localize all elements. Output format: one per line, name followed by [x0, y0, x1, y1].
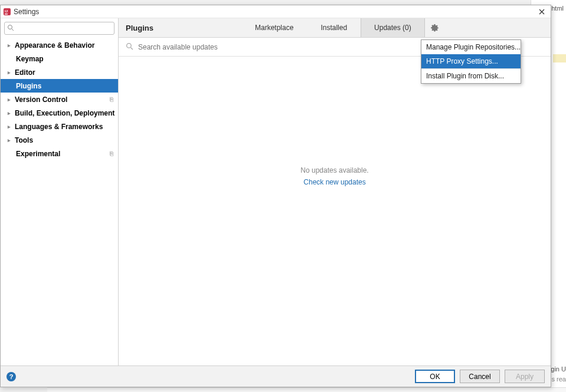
tab-installed[interactable]: Installed	[307, 18, 361, 37]
chevron-right-icon: ▸	[8, 42, 14, 48]
background-tab-label: html	[549, 4, 566, 13]
background-statusbar	[47, 387, 566, 392]
sidebar-item-keymap[interactable]: Keymap	[1, 52, 118, 65]
sidebar-item-editor[interactable]: ▸Editor	[1, 65, 118, 79]
sidebar-item-tools[interactable]: ▸Tools	[1, 133, 118, 147]
dropdown-item-label: Manage Plugin Repositories...	[426, 43, 521, 51]
background-text-1: gin U	[551, 365, 566, 373]
svg-line-4	[12, 29, 14, 31]
tab-marketplace[interactable]: Marketplace	[241, 18, 307, 37]
sidebar-item-label: Tools	[15, 136, 33, 144]
no-updates-text: No updates available.	[300, 166, 368, 174]
sidebar-item-label: Languages & Frameworks	[15, 123, 103, 131]
dropdown-item-label: HTTP Proxy Settings...	[426, 57, 498, 65]
gear-dropdown: Manage Plugin Repositories... HTTP Proxy…	[421, 39, 521, 84]
sidebar-item-build-execution-deployment[interactable]: ▸Build, Execution, Deployment	[1, 106, 118, 120]
sidebar-item-label: Appearance & Behavior	[15, 41, 94, 50]
dropdown-item-http-proxy[interactable]: HTTP Proxy Settings...	[421, 54, 521, 68]
dropdown-item-install-from-disk[interactable]: Install Plugin from Disk...	[421, 69, 521, 83]
dialog-footer: ? OK Cancel Apply	[1, 365, 551, 387]
svg-rect-1	[5, 14, 8, 15]
app-icon: IJ	[3, 8, 11, 16]
check-new-updates-link[interactable]: Check new updates	[303, 178, 365, 186]
background-highlight	[553, 54, 566, 62]
content-area: No updates available. Check new updates	[119, 57, 551, 365]
tab-label: Installed	[320, 24, 347, 32]
search-icon	[126, 42, 133, 52]
sidebar-item-appearance-behavior[interactable]: ▸Appearance & Behavior	[1, 38, 118, 52]
sidebar-item-label: Keymap	[16, 55, 44, 63]
tab-label: Marketplace	[255, 24, 293, 32]
dropdown-item-manage-repositories[interactable]: Manage Plugin Repositories...	[421, 40, 521, 54]
sidebar: ▸Appearance & Behavior Keymap ▸Editor Pl…	[1, 18, 119, 365]
sidebar-item-label: Version Control	[15, 95, 67, 104]
gear-icon	[430, 24, 439, 32]
sidebar-item-label: Experimental	[16, 150, 60, 158]
gear-button[interactable]	[425, 24, 445, 32]
chevron-right-icon: ▸	[8, 137, 14, 143]
page-title: Plugins	[119, 24, 241, 32]
settings-dialog: IJ Settings ▸Appearance & Behavior Keyma…	[0, 5, 551, 387]
project-badge-icon: ⎘	[110, 96, 113, 103]
project-badge-icon: ⎘	[110, 150, 113, 157]
dropdown-item-label: Install Plugin from Disk...	[426, 72, 504, 80]
tabs: Marketplace Installed Updates (0)	[241, 18, 425, 37]
sidebar-item-version-control[interactable]: ▸Version Control⎘	[1, 93, 118, 106]
sidebar-item-label: Build, Execution, Deployment	[15, 109, 114, 117]
chevron-right-icon: ▸	[8, 124, 14, 130]
cancel-button[interactable]: Cancel	[460, 370, 500, 383]
titlebar: IJ Settings	[1, 5, 551, 18]
apply-button[interactable]: Apply	[505, 370, 545, 383]
background-text-2: s rea	[552, 375, 566, 383]
settings-tree: ▸Appearance & Behavior Keymap ▸Editor Pl…	[1, 37, 118, 365]
close-button[interactable]	[536, 6, 547, 17]
window-title: Settings	[14, 8, 39, 16]
ok-button[interactable]: OK	[415, 370, 455, 383]
sidebar-search[interactable]	[4, 22, 114, 35]
chevron-right-icon: ▸	[8, 110, 14, 116]
search-icon	[7, 24, 14, 33]
sidebar-item-languages-frameworks[interactable]: ▸Languages & Frameworks	[1, 120, 118, 133]
svg-point-3	[8, 25, 12, 29]
svg-point-5	[127, 43, 132, 48]
svg-line-6	[131, 47, 133, 49]
sidebar-item-label: Plugins	[16, 82, 41, 90]
help-button[interactable]: ?	[6, 372, 16, 381]
sidebar-item-experimental[interactable]: Experimental⎘	[1, 147, 118, 160]
sidebar-item-label: Editor	[15, 68, 35, 77]
chevron-right-icon: ▸	[8, 70, 14, 75]
sidebar-search-input[interactable]	[15, 24, 112, 32]
tab-updates[interactable]: Updates (0)	[361, 18, 425, 37]
sidebar-item-plugins[interactable]: Plugins	[1, 79, 118, 93]
tab-label: Updates (0)	[374, 24, 411, 32]
svg-text:IJ: IJ	[5, 9, 8, 13]
main-header: Plugins Marketplace Installed Updates (0…	[119, 18, 551, 38]
chevron-right-icon: ▸	[8, 97, 14, 103]
